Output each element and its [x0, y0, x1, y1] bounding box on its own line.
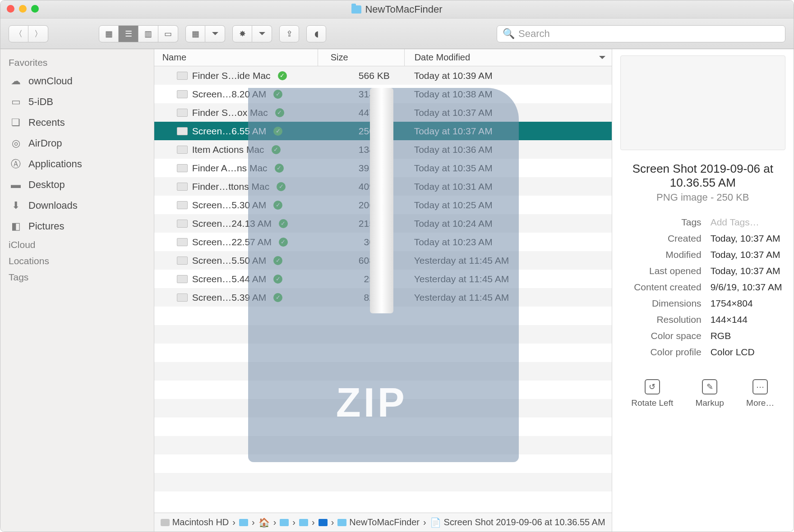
path-segment[interactable]: Macintosh HD [161, 517, 229, 527]
path-segment[interactable] [239, 519, 248, 526]
file-size: 391 KB [318, 163, 404, 174]
path-separator: › [273, 517, 277, 527]
sidebar-item[interactable]: ◧Pictures [0, 216, 154, 237]
preview-tool[interactable]: ↺Rotate Left [631, 379, 673, 408]
share-button[interactable]: ⇪ [279, 25, 299, 42]
sidebar-item-icon: ▭ [9, 97, 22, 107]
file-date: Today at 10:37 AM [404, 107, 612, 118]
file-row[interactable]: Finder…ttons Mac✓409 KBToday at 10:31 AM [154, 177, 612, 196]
file-date: Yesterday at 11:45 AM [404, 255, 612, 266]
list-view-button[interactable]: ☰ [119, 25, 138, 42]
path-segment[interactable] [280, 519, 289, 526]
sidebar-item[interactable]: ⒶApplications [0, 154, 154, 174]
sync-check-icon: ✓ [275, 108, 284, 117]
column-view-button[interactable]: ▥ [138, 25, 158, 42]
file-row[interactable]: Screen…5.30 AM✓206 KBToday at 10:25 AM [154, 196, 612, 214]
sidebar-item[interactable]: ◎AirDrop [0, 133, 154, 154]
search-field[interactable]: 🔍 Search [497, 25, 785, 42]
preview-tool[interactable]: ✎Markup [695, 379, 724, 408]
minimize-icon[interactable] [19, 5, 27, 13]
file-name: Finder S…ox Mac [192, 107, 268, 118]
file-row[interactable]: Screen…5.44 AM✓25 KBYesterday at 11:45 A… [154, 270, 612, 288]
sync-check-icon: ✓ [273, 90, 282, 99]
sidebar-item[interactable]: ▭5-iDB [0, 92, 154, 112]
sidebar-item-label: Applications [28, 158, 82, 170]
file-row[interactable]: Item Actions Mac✓134 KBToday at 10:36 AM [154, 140, 612, 159]
sidebar-item-label: 5-iDB [28, 96, 53, 108]
path-separator: › [252, 517, 255, 527]
file-size: 250 KB [318, 126, 404, 137]
file-row[interactable]: Screen…5.50 AM✓608 KBYesterday at 11:45 … [154, 251, 612, 270]
path-separator: › [312, 517, 315, 527]
forward-button[interactable]: 〉 [28, 25, 48, 42]
file-row[interactable]: Finder A…ns Mac✓391 KBToday at 10:35 AM [154, 159, 612, 177]
path-segment[interactable]: 📄Screen Shot 2019-09-06 at 10.36.55 AM [430, 517, 605, 528]
empty-row [154, 436, 612, 454]
path-label: NewToMacFinder [349, 517, 420, 527]
preview-metadata-row: Color profileColor LCD [620, 344, 785, 360]
file-name: Finder A…ns Mac [192, 163, 268, 174]
sidebar-item[interactable]: ❏Recents [0, 112, 154, 133]
sidebar-item-icon: Ⓐ [9, 159, 22, 169]
group-by-button[interactable]: ▦ [185, 25, 225, 42]
sidebar-item-icon: ❏ [9, 118, 22, 128]
preview-tool[interactable]: ⋯More… [746, 379, 774, 408]
file-row[interactable]: Screen…8.20 AM✓314 KBToday at 10:38 AM [154, 85, 612, 103]
file-row[interactable]: Screen…24.13 AM✓215 KBToday at 10:24 AM [154, 214, 612, 233]
file-size: 25 KB [318, 274, 404, 284]
preview-metadata-row: Resolution144×144 [620, 312, 785, 328]
file-size: 134 KB [318, 144, 404, 155]
empty-row [154, 325, 612, 344]
back-button[interactable]: 〈 [9, 25, 28, 42]
sync-check-icon: ✓ [279, 238, 288, 247]
sidebar-item[interactable]: ☁ownCloud [0, 71, 154, 92]
column-headers: Name Size Date Modified [154, 49, 612, 66]
file-icon [177, 127, 188, 135]
file-date: Today at 10:23 AM [404, 237, 612, 248]
file-icon: 📄 [430, 517, 441, 528]
file-row[interactable]: Screen…22.57 AM✓30 KBToday at 10:23 AM [154, 233, 612, 251]
column-name[interactable]: Name [154, 52, 318, 63]
file-row[interactable]: Screen…6.55 AM✓250 KBToday at 10:37 AM [154, 122, 612, 140]
file-name: Screen…6.55 AM [192, 126, 267, 137]
file-name: Item Actions Mac [192, 144, 264, 155]
folder-icon [351, 5, 361, 14]
file-row[interactable]: Screen…5.39 AM✓82 KBYesterday at 11:45 A… [154, 288, 612, 307]
file-name: Screen…5.50 AM [192, 255, 267, 266]
tool-label: More… [746, 398, 774, 408]
file-row[interactable]: Finder S…ide Mac✓566 KBToday at 10:39 AM [154, 66, 612, 85]
search-icon: 🔍 [503, 28, 515, 40]
sync-check-icon: ✓ [279, 219, 288, 228]
sync-check-icon: ✓ [275, 164, 284, 173]
path-segment[interactable] [319, 519, 328, 526]
gallery-view-button[interactable]: ▭ [158, 25, 178, 42]
file-icon [177, 183, 188, 191]
path-segment[interactable]: 🏠 [259, 517, 270, 528]
tool-icon: ↺ [645, 379, 660, 394]
path-separator: › [331, 517, 334, 527]
close-icon[interactable] [7, 5, 14, 13]
sidebar-item-label: ownCloud [28, 75, 73, 87]
file-date: Today at 10:24 AM [404, 218, 612, 229]
preview-tags[interactable]: Tags Add Tags… [620, 214, 785, 230]
sidebar-item-label: Desktop [28, 179, 65, 191]
empty-row [154, 381, 612, 399]
path-segment[interactable] [299, 519, 308, 526]
sidebar-item[interactable]: ⬇Downloads [0, 195, 154, 216]
sidebar-item-label: Pictures [28, 220, 64, 232]
path-segment[interactable]: NewToMacFinder [337, 517, 420, 527]
column-date[interactable]: Date Modified [404, 49, 612, 66]
file-icon [177, 90, 188, 98]
action-button[interactable]: ✸ [232, 25, 272, 42]
path-bar: Macintosh HD››🏠››››NewToMacFinder›📄Scree… [154, 513, 612, 532]
path-icon [319, 519, 328, 526]
path-icon [299, 519, 308, 526]
sidebar-item[interactable]: ▬Desktop [0, 174, 154, 195]
maximize-icon[interactable] [31, 5, 39, 13]
tag-button[interactable]: ◖ [306, 25, 326, 42]
column-size[interactable]: Size [318, 49, 404, 66]
icon-view-button[interactable]: ▦ [99, 25, 119, 42]
file-name: Screen…5.30 AM [192, 200, 267, 211]
file-row[interactable]: Finder S…ox Mac✓447 KBToday at 10:37 AM [154, 103, 612, 122]
file-icon [177, 294, 188, 302]
